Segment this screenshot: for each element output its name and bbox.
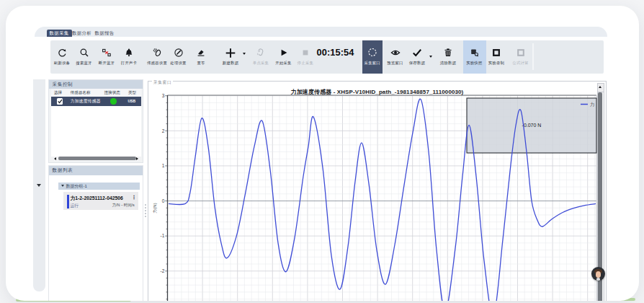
chevron-down-icon[interactable] bbox=[61, 185, 64, 187]
rail-collapse-icon[interactable] bbox=[37, 184, 41, 187]
sensor-settings-icon bbox=[152, 48, 162, 58]
splitter-dot bbox=[145, 213, 146, 214]
horizontal-scrollbar[interactable] bbox=[51, 157, 141, 162]
plus-icon bbox=[225, 48, 236, 58]
eye-icon bbox=[390, 48, 401, 58]
collect-window-chart: 3210-1-2-0.070 N力 采集窗口 力加速度传感器 - XHSP-V1… bbox=[148, 81, 607, 301]
tab-band bbox=[35, 27, 607, 37]
tab-data-collect[interactable]: 数据采集 bbox=[47, 30, 72, 37]
tab-data-report[interactable]: 数据报告 bbox=[95, 30, 115, 37]
collapsed-sidebar-rail[interactable] bbox=[33, 79, 45, 291]
sensor-row[interactable]: 力加速度传感器 USB bbox=[51, 97, 141, 106]
check-icon bbox=[57, 98, 63, 105]
play-icon bbox=[279, 48, 289, 58]
scroll-left-icon[interactable] bbox=[54, 157, 56, 160]
data-list-panel: 数据列表 数据分组-1 力1-2-20251112-042506 ⋮ 运行 力/… bbox=[48, 165, 143, 301]
sensor-type: USB bbox=[128, 97, 136, 106]
toolbar-label: 清除数据 bbox=[440, 61, 456, 66]
panel-header: 数据列表 bbox=[49, 166, 143, 175]
item-accent-bar bbox=[67, 195, 68, 208]
app-window: 数据采集 数据分析 数据报告 刷新设备 搜索蓝牙 断开蓝牙 bbox=[6, 6, 639, 301]
toolbar-label: 保存数据 bbox=[409, 61, 425, 66]
panel-title: 采集控制 bbox=[53, 82, 73, 87]
clear-data-button[interactable]: 清除数据 bbox=[435, 40, 461, 74]
set-zero-button[interactable]: 置零 bbox=[188, 40, 214, 74]
toolbar-label: 实验录制 bbox=[488, 61, 504, 66]
toolbar-label: 处理设置 bbox=[170, 61, 186, 66]
scrollbar-thumb[interactable] bbox=[58, 157, 136, 160]
bell-icon bbox=[124, 48, 134, 58]
tab-data-analysis[interactable]: 数据分析 bbox=[72, 30, 91, 37]
record-icon bbox=[491, 48, 501, 58]
splitter-dot bbox=[145, 210, 146, 211]
sensor-table: 选择 传感器名称 连接状态 类型 力加速度传感器 USB bbox=[51, 89, 141, 157]
chevron-down-icon[interactable] bbox=[243, 53, 246, 55]
toolbar-label: 实验快照 bbox=[466, 61, 482, 66]
sensor-checkbox[interactable] bbox=[57, 98, 63, 105]
svg-text:0: 0 bbox=[162, 198, 165, 203]
scroll-up-icon bbox=[599, 86, 601, 88]
scroll-up-button[interactable] bbox=[598, 84, 604, 92]
splitter-dot bbox=[145, 216, 146, 217]
collect-timer: 00:15:54 bbox=[312, 47, 359, 58]
experiment-record-button[interactable]: 实验录制 bbox=[483, 40, 509, 74]
collect-control-panel: 采集控制 选择 传感器名称 连接状态 类型 力加速度传感器 USB bbox=[48, 79, 143, 163]
column-header: 选择 bbox=[54, 89, 62, 97]
column-header: 类型 bbox=[128, 89, 136, 97]
item-axes: 力/N－时间/s bbox=[112, 203, 135, 208]
collect-window-button[interactable]: 采集窗口 bbox=[362, 40, 383, 74]
toolbar-label: 刷新设备 bbox=[54, 61, 70, 66]
toolbar-label: 开始采集 bbox=[275, 61, 291, 66]
chevron-down-icon[interactable] bbox=[429, 56, 432, 58]
column-header: 连接状态 bbox=[104, 89, 120, 97]
splitter-handle[interactable] bbox=[145, 204, 146, 218]
toolbar-label: 预览窗口 bbox=[387, 61, 403, 66]
toolbar: 刷新设备 搜索蓝牙 断开蓝牙 打开声卡 bbox=[50, 40, 604, 74]
process-settings-icon bbox=[174, 48, 184, 58]
data-item[interactable]: 力1-2-20251112-042506 ⋮ 运行 力/N－时间/s bbox=[63, 192, 138, 210]
search-icon bbox=[79, 48, 89, 58]
svg-text:2: 2 bbox=[162, 128, 165, 133]
snapshot-icon bbox=[470, 48, 480, 58]
svg-text:-0.070 N: -0.070 N bbox=[522, 123, 542, 128]
check-icon bbox=[412, 48, 422, 58]
svg-text:力: 力 bbox=[590, 102, 595, 107]
save-data-button[interactable]: 保存数据 bbox=[404, 40, 430, 74]
open-sound-button[interactable]: 打开声卡 bbox=[116, 40, 142, 74]
data-group-row[interactable]: 数据分组-1 bbox=[58, 183, 140, 190]
kebab-menu-icon[interactable]: ⋮ bbox=[132, 195, 137, 200]
refresh-icon bbox=[57, 48, 67, 58]
chart-panel-label: 采集窗口 bbox=[152, 79, 173, 86]
panel-title: 数据列表 bbox=[53, 167, 73, 172]
toolbar-label: 断开蓝牙 bbox=[99, 61, 115, 66]
splitter-dot bbox=[145, 204, 146, 206]
splitter-dot bbox=[145, 207, 146, 208]
group-label: 数据分组-1 bbox=[66, 183, 87, 190]
toolbar-label: 停止采集 bbox=[298, 61, 313, 66]
formula-calc-button[interactable]: 公式计算 bbox=[508, 40, 534, 74]
chart-canvas[interactable]: 3210-1-2-0.070 N力 bbox=[148, 82, 606, 301]
bluetooth-disconnect-icon bbox=[102, 48, 112, 58]
sensor-name: 力加速度传感器 bbox=[71, 97, 101, 106]
formula-icon bbox=[516, 48, 526, 58]
experiment-snapshot-button[interactable]: 实验快照 bbox=[463, 40, 486, 74]
assistant-avatar-button[interactable] bbox=[591, 267, 605, 281]
toolbar-label: 采集窗口 bbox=[365, 61, 380, 66]
dashed-circle-icon bbox=[367, 48, 377, 57]
toolbar-label: 单点采集 bbox=[253, 61, 269, 66]
stop-icon bbox=[300, 48, 310, 58]
svg-text:-1: -1 bbox=[161, 233, 165, 238]
toolbar-label: 传感器设置 bbox=[147, 61, 167, 66]
new-data-button[interactable]: 新建数据 bbox=[218, 40, 243, 74]
svg-text:1: 1 bbox=[162, 163, 165, 168]
toolbar-label: 公式计算 bbox=[512, 61, 528, 66]
svg-text:-2: -2 bbox=[161, 268, 165, 273]
toolbar-separator bbox=[532, 43, 534, 70]
toolbar-label: 新建数据 bbox=[223, 61, 238, 66]
column-header: 传感器名称 bbox=[71, 89, 91, 97]
panel-header: 采集控制 bbox=[49, 80, 143, 89]
scroll-right-icon[interactable] bbox=[136, 157, 138, 160]
item-status: 运行 bbox=[71, 203, 79, 209]
chart-title: 力加速度传感器 - XHSP-V10HID_path_-1981348857_1… bbox=[148, 88, 606, 96]
avatar-collar bbox=[596, 278, 600, 281]
